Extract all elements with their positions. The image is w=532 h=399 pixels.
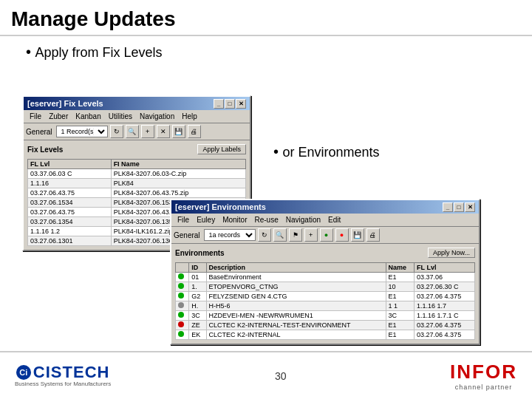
toolbar-refresh-env[interactable]: ↻ xyxy=(258,228,271,242)
cell-desc: CLCTEC K2-INTERNAL xyxy=(206,330,386,340)
toolbar-print-fix[interactable]: 🖨 xyxy=(188,125,201,138)
table-row[interactable]: 1. ETOPENVORG_CTNG 10 03.27.06.30 C xyxy=(176,282,475,292)
cell-dot xyxy=(176,311,189,321)
col-fl-lvl: FL Lvl xyxy=(28,160,112,169)
header: Manage Updates xyxy=(0,0,532,36)
cell-id: 1. xyxy=(189,282,206,292)
dialog-env-title-text: [eserver] Environments xyxy=(175,202,266,211)
toolbar-print-env[interactable]: 🖨 xyxy=(366,228,380,242)
table-row[interactable]: 03.27.06.43.75 PLK84-3207.06.43.75.zip xyxy=(28,188,246,198)
cell-fl: 03.27.06.30 C xyxy=(415,282,475,292)
table-row[interactable]: EK CLCTEC K2-INTERNAL E1 03.27.06 4.375 xyxy=(176,330,475,340)
toolbar-save-env[interactable]: 💾 xyxy=(351,228,364,242)
toolbar-add-env[interactable]: + xyxy=(304,228,318,242)
toolbar-search-fix[interactable]: 🔍 xyxy=(126,125,139,138)
table-row[interactable]: 01 BaseEnvironment E1 03.37.06 xyxy=(176,273,475,282)
toolbar-dropdown-env[interactable]: 1a records xyxy=(204,229,256,241)
table-row[interactable]: H. H-H5-6 1 1 1.1.16 1.7 xyxy=(176,301,475,311)
cell-name: PLK84-3207.06.03-C.zip xyxy=(111,169,245,179)
dialog-env-body: Environments Apply Now... ID Description… xyxy=(171,244,479,344)
menu-navigation-fix[interactable]: Navigation xyxy=(136,112,178,121)
dialog-env-menu: File Euley Monitor Re-use Navigation Edi… xyxy=(171,214,479,227)
table-row[interactable]: 1.1.16 PLK84 xyxy=(28,179,246,188)
cell-id: H. xyxy=(189,301,206,311)
cell-name: E1 xyxy=(386,292,414,301)
cell-name: E1 xyxy=(386,330,414,340)
close-btn-fix[interactable]: ✕ xyxy=(236,99,246,109)
toolbar-flag-env[interactable]: ⚑ xyxy=(289,228,302,242)
toolbar-dropdown-fix[interactable]: 1 Record(s) xyxy=(56,126,108,137)
toolbar-del-fix[interactable]: ✕ xyxy=(157,125,170,138)
toolbar-search-env[interactable]: 🔍 xyxy=(273,228,287,242)
toolbar-save-fix[interactable]: 💾 xyxy=(172,125,185,138)
cell-name: E1 xyxy=(386,273,414,282)
cell-fl: 1.1.16 1.2 xyxy=(28,227,112,236)
menu-zuber[interactable]: Zuber xyxy=(45,112,72,121)
cell-fl: 03.27.06 4.375 xyxy=(415,292,475,301)
fix-section-label: Fix Levels xyxy=(27,146,63,154)
cell-dot xyxy=(176,273,189,282)
page-container: Manage Updates Apply from Fix Levels [es… xyxy=(0,0,532,399)
cell-fl: 03.27.06 4.375 xyxy=(415,321,475,330)
minimize-btn-env[interactable]: _ xyxy=(443,202,453,212)
apply-now-btn[interactable]: Apply Now... xyxy=(428,248,475,258)
cell-name: 1 1 xyxy=(386,301,414,311)
infor-name: INFOR xyxy=(450,361,517,383)
dialog-env-title: [eserver] Environments _ □ ✕ xyxy=(171,200,479,214)
ci-symbol: Ci xyxy=(16,365,31,380)
cell-name: PLK84 xyxy=(111,179,245,188)
toolbar-refresh-fix[interactable]: ↻ xyxy=(110,125,123,138)
toolbar-green-env[interactable]: ● xyxy=(320,228,333,242)
cell-fl: 03.27.06.43.75 xyxy=(28,208,112,217)
cistech-tagline: Business Systems for Manufacturers xyxy=(15,381,111,388)
cell-id: 01 xyxy=(189,273,206,282)
col-id: ID xyxy=(189,263,206,273)
toolbar-add-fix[interactable]: + xyxy=(141,125,154,138)
menu-file-fix[interactable]: File xyxy=(26,112,45,121)
menu-kanban[interactable]: Kanban xyxy=(72,112,104,121)
menu-help-fix[interactable]: Help xyxy=(178,112,201,121)
cell-dot xyxy=(176,282,189,292)
cell-name: 3C xyxy=(386,311,414,321)
env-section-label: Environments xyxy=(175,249,225,257)
page-title: Manage Updates xyxy=(11,7,521,31)
cistech-name: CISTECH xyxy=(33,364,110,381)
cell-desc: H-H5-6 xyxy=(206,301,386,311)
toolbar-red-env[interactable]: ● xyxy=(335,228,349,242)
title-buttons-fix: _ □ ✕ xyxy=(214,99,246,109)
close-btn-env[interactable]: ✕ xyxy=(465,202,475,212)
cell-desc: CLCTEC K2-INTERNAL-TEST-ENVIRONMENT xyxy=(206,321,386,330)
menu-utilities-fix[interactable]: Utilities xyxy=(105,112,136,121)
cell-fl: 03.37.06.03 C xyxy=(28,169,112,179)
table-row[interactable]: ZE CLCTEC K2-INTERNAL-TEST-ENVIRONMENT E… xyxy=(176,321,475,330)
apply-labels-btn[interactable]: Apply Labels xyxy=(197,144,246,154)
menu-monitor[interactable]: Monitor xyxy=(219,215,250,225)
col-status xyxy=(176,263,189,273)
cell-fl: 03.27.06 4.375 xyxy=(415,330,475,340)
cell-fl: 03.27.06.43.75 xyxy=(28,188,112,198)
col-fi-name: FI Name xyxy=(111,160,245,169)
dialog-fix-title: [eserver] Fix Levels _ □ ✕ xyxy=(24,97,250,110)
cell-fl: 03.27.06.1534 xyxy=(28,198,112,208)
menu-file-env[interactable]: File xyxy=(174,215,193,225)
menu-edit-env[interactable]: Edit xyxy=(324,215,344,225)
dialog-environments: [eserver] Environments _ □ ✕ File Euley … xyxy=(170,199,480,345)
dialog-env-toolbar: General 1a records ↻ 🔍 ⚑ + ● ● 💾 🖨 xyxy=(171,227,479,244)
minimize-btn-fix[interactable]: _ xyxy=(214,99,224,109)
cell-fl: 03.27.06.1354 xyxy=(28,217,112,227)
cell-id: EK xyxy=(189,330,206,340)
menu-navigation-env[interactable]: Navigation xyxy=(282,215,324,225)
footer: Ci CISTECH Business Systems for Manufact… xyxy=(0,351,532,399)
menu-euley[interactable]: Euley xyxy=(193,215,219,225)
cell-dot xyxy=(176,301,189,311)
maximize-btn-fix[interactable]: □ xyxy=(225,99,235,109)
cell-desc: HZDEVEI-MEN -NEWRWRUMEN1 xyxy=(206,311,386,321)
main-content: Apply from Fix Levels [eserver] Fix Leve… xyxy=(0,36,532,351)
menu-reuse[interactable]: Re-use xyxy=(251,215,282,225)
table-row[interactable]: 3C HZDEVEI-MEN -NEWRWRUMEN1 3C 1.1.16 1.… xyxy=(176,311,475,321)
table-row[interactable]: 03.37.06.03 C PLK84-3207.06.03-C.zip xyxy=(28,169,246,179)
cell-name: PLK84-3207.06.43.75.zip xyxy=(111,188,245,198)
cell-dot xyxy=(176,292,189,301)
maximize-btn-env[interactable]: □ xyxy=(454,202,464,212)
table-row[interactable]: G2 FELYZSENID GEN 4.CTG E1 03.27.06 4.37… xyxy=(176,292,475,301)
